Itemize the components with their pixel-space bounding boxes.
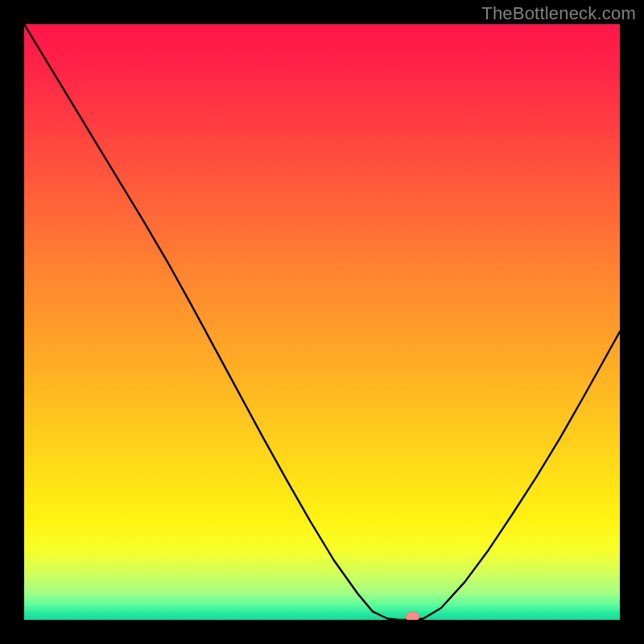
attribution-text: TheBottleneck.com: [481, 3, 636, 24]
plot-svg: [24, 24, 620, 620]
plot-area: [24, 24, 620, 620]
gradient-background: [24, 24, 620, 620]
chart-root: TheBottleneck.com: [0, 0, 644, 644]
optimum-marker: [406, 612, 419, 620]
